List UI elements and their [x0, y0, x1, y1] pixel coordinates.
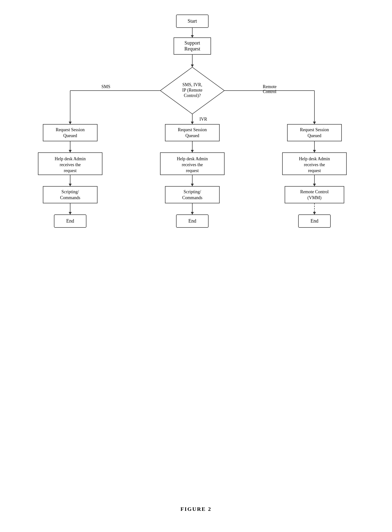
- svg-text:SMS, IVR,: SMS, IVR,: [182, 82, 202, 87]
- svg-text:IP (Remote: IP (Remote: [182, 88, 202, 93]
- svg-text:Request: Request: [184, 46, 200, 52]
- svg-text:Control)?: Control)?: [184, 93, 201, 98]
- svg-marker-52: [191, 212, 194, 215]
- svg-text:Commands: Commands: [182, 195, 202, 200]
- svg-text:Request Session: Request Session: [300, 127, 329, 132]
- svg-marker-2: [191, 35, 194, 38]
- svg-marker-15: [191, 122, 194, 124]
- svg-text:Remote Control: Remote Control: [300, 189, 329, 194]
- svg-rect-48: [165, 186, 219, 203]
- sms-label: SMS: [101, 84, 110, 89]
- flowchart-svg: Start Support Request SMS, IVR, IP (Remo…: [0, 0, 392, 468]
- svg-text:Scripting/: Scripting/: [184, 189, 201, 194]
- svg-marker-23: [69, 150, 72, 153]
- svg-text:receives the: receives the: [182, 162, 203, 167]
- svg-text:End: End: [310, 218, 318, 224]
- svg-text:Help desk Admin: Help desk Admin: [55, 156, 86, 161]
- svg-text:request: request: [186, 168, 199, 173]
- svg-text:receives the: receives the: [60, 162, 81, 167]
- svg-marker-47: [191, 184, 194, 186]
- svg-marker-18: [313, 122, 316, 124]
- svg-marker-34: [69, 212, 72, 215]
- svg-rect-55: [287, 124, 342, 141]
- svg-text:request: request: [64, 168, 77, 173]
- svg-rect-66: [285, 186, 344, 203]
- svg-marker-13: [69, 122, 72, 124]
- svg-text:Scripting/: Scripting/: [62, 189, 79, 194]
- svg-marker-65: [313, 184, 316, 186]
- svg-rect-30: [43, 186, 97, 203]
- svg-text:(VMM): (VMM): [308, 195, 322, 200]
- svg-rect-37: [165, 124, 219, 141]
- svg-marker-29: [69, 184, 72, 186]
- svg-text:Request Session: Request Session: [56, 127, 85, 132]
- start-label: Start: [188, 18, 197, 24]
- svg-text:Queued: Queued: [63, 133, 77, 138]
- svg-text:receives the: receives the: [304, 162, 325, 167]
- svg-text:Commands: Commands: [60, 195, 80, 200]
- svg-marker-6: [191, 64, 194, 67]
- figure-label: FIGURE 2: [180, 506, 212, 512]
- remote-label-1: Remote: [263, 84, 277, 89]
- svg-marker-41: [191, 150, 194, 153]
- svg-rect-19: [43, 124, 97, 141]
- svg-text:End: End: [188, 218, 196, 224]
- svg-text:request: request: [308, 168, 321, 173]
- svg-text:Help desk Admin: Help desk Admin: [299, 156, 330, 161]
- svg-text:Request Session: Request Session: [178, 127, 207, 132]
- svg-marker-70: [313, 212, 316, 215]
- svg-text:Help desk Admin: Help desk Admin: [177, 156, 208, 161]
- ivr-label: IVR: [199, 117, 207, 122]
- remote-label-2: Control: [263, 89, 276, 94]
- svg-text:End: End: [66, 218, 74, 224]
- svg-text:Queued: Queued: [185, 133, 199, 138]
- svg-marker-59: [313, 150, 316, 153]
- svg-text:Queued: Queued: [308, 133, 321, 138]
- support-request-label: Support: [184, 40, 200, 46]
